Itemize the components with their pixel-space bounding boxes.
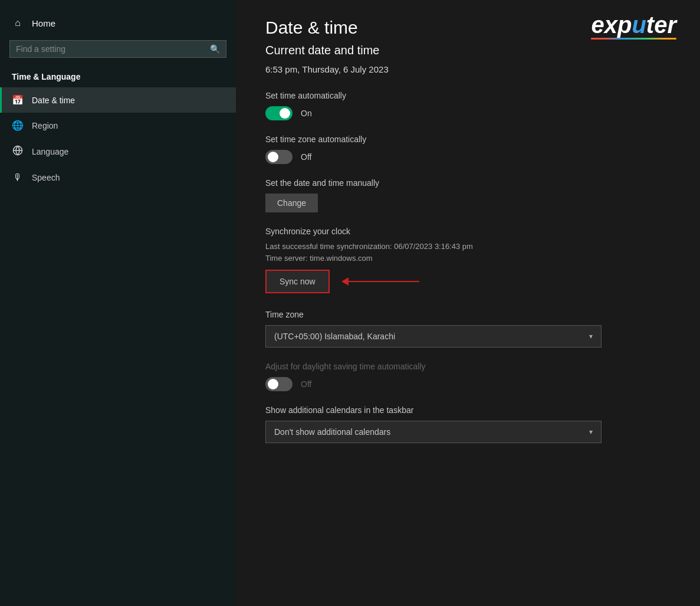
toggle-knob-off	[268, 152, 278, 162]
timezone-dropdown[interactable]: (UTC+05:00) Islamabad, Karachi ▾	[265, 325, 602, 348]
arrow-line	[349, 281, 419, 282]
section-title: Time & Language	[0, 68, 236, 87]
toggle-knob-on	[280, 108, 290, 119]
toggle-knob-daylight	[268, 379, 278, 389]
set-time-auto-toggle-row: On	[265, 106, 671, 120]
set-timezone-auto-state: Off	[301, 152, 311, 162]
brand-underline	[591, 38, 676, 40]
brand-e2: e	[654, 12, 667, 38]
sync-now-button[interactable]: Sync now	[265, 270, 330, 293]
home-label: Home	[32, 18, 55, 28]
chevron-down-cal-icon: ▾	[589, 428, 593, 436]
sidebar: ⌂ Home 🔍 Time & Language 📅 Date & time 🌐…	[0, 0, 236, 606]
set-time-auto-toggle[interactable]	[265, 106, 293, 120]
brand-u: u	[632, 12, 646, 38]
search-box: 🔍	[9, 40, 226, 58]
additional-cal-label: Show additional calendars in the taskbar	[265, 405, 671, 415]
timezone-value: (UTC+05:00) Islamabad, Karachi	[274, 332, 395, 341]
additional-cal-row: Show additional calendars in the taskbar…	[265, 405, 671, 443]
calendar-icon: 📅	[12, 94, 24, 106]
daylight-state: Off	[301, 379, 311, 389]
brand-logo: exputer	[591, 13, 676, 40]
sidebar-item-speech[interactable]: 🎙 Speech	[0, 165, 236, 190]
set-manual-row: Set the date and time manually Change	[265, 178, 671, 212]
daylight-toggle[interactable]	[265, 377, 293, 391]
sync-last: Last successful time synchronization: 06…	[265, 242, 671, 251]
sidebar-item-region[interactable]: 🌐 Region	[0, 113, 236, 138]
set-manual-label: Set the date and time manually	[265, 178, 671, 188]
sidebar-label-region: Region	[32, 121, 58, 130]
brand-t: t	[646, 12, 654, 38]
globe-icon: 🌐	[12, 120, 24, 131]
sync-section-label: Synchronize your clock	[265, 227, 671, 236]
chevron-down-icon: ▾	[589, 332, 593, 340]
home-icon: ⌂	[12, 18, 24, 28]
brand-r: r	[667, 12, 676, 38]
set-time-auto-label: Set time automatically	[265, 91, 671, 100]
change-button[interactable]: Change	[265, 194, 318, 212]
sidebar-item-date-time[interactable]: 📅 Date & time	[0, 87, 236, 113]
sidebar-label-language: Language	[32, 147, 68, 156]
current-datetime: 6:53 pm, Thursday, 6 July 2023	[265, 64, 671, 74]
arrow-indicator	[341, 277, 419, 286]
arrow-head-icon	[341, 277, 349, 286]
sidebar-label-speech: Speech	[32, 173, 60, 182]
sync-server: Time server: time.windows.com	[265, 254, 671, 263]
set-timezone-auto-toggle-row: Off	[265, 150, 671, 164]
sidebar-item-language[interactable]: Language	[0, 138, 236, 165]
additional-cal-dropdown[interactable]: Don't show additional calendars ▾	[265, 421, 602, 443]
daylight-toggle-row: Off	[265, 377, 671, 391]
set-time-auto-row: Set time automatically On	[265, 91, 671, 120]
search-input[interactable]	[16, 44, 205, 54]
set-timezone-auto-label: Set time zone automatically	[265, 135, 671, 144]
speech-icon: 🎙	[12, 172, 24, 183]
search-icon: 🔍	[210, 44, 220, 54]
main-content: exputer Date & time Current date and tim…	[236, 0, 700, 606]
sidebar-label-date-time: Date & time	[32, 96, 75, 105]
timezone-label: Time zone	[265, 310, 671, 319]
brand-e: e	[591, 12, 604, 38]
daylight-row: Adjust for daylight saving time automati…	[265, 362, 671, 391]
sidebar-item-home[interactable]: ⌂ Home	[0, 12, 236, 34]
set-timezone-auto-toggle[interactable]	[265, 150, 293, 164]
language-icon	[12, 145, 24, 158]
set-timezone-auto-row: Set time zone automatically Off	[265, 135, 671, 164]
daylight-label: Adjust for daylight saving time automati…	[265, 362, 671, 371]
sync-row: Sync now	[265, 270, 671, 293]
set-time-auto-state: On	[301, 109, 312, 118]
brand-p: p	[617, 12, 632, 38]
additional-cal-value: Don't show additional calendars	[274, 427, 390, 437]
sync-section: Synchronize your clock Last successful t…	[265, 227, 671, 293]
section-current-header: Current date and time	[265, 44, 671, 57]
timezone-row: Time zone (UTC+05:00) Islamabad, Karachi…	[265, 310, 671, 348]
brand-x: x	[604, 12, 617, 38]
